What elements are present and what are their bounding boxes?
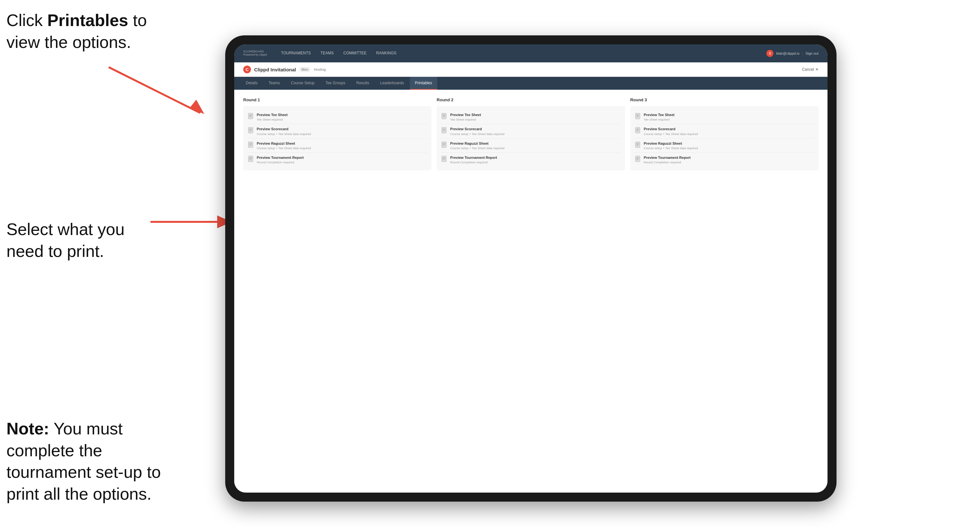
- svg-rect-28: [442, 142, 446, 148]
- list-item[interactable]: Preview Scorecard Course setup + Tee She…: [635, 124, 814, 138]
- print-label: Preview Raguzzi Sheet: [257, 141, 311, 146]
- print-note: Course setup + Tee Sheet data required: [644, 132, 698, 136]
- document-icon: [248, 141, 253, 148]
- print-label: Preview Raguzzi Sheet: [450, 141, 504, 146]
- svg-rect-16: [248, 156, 253, 162]
- document-icon: [441, 156, 447, 162]
- tab-bar: Details Teams Course Setup Tee Groups Re…: [234, 77, 827, 90]
- print-note: Round Completion required: [644, 160, 691, 164]
- svg-rect-12: [248, 142, 253, 148]
- document-icon: [635, 127, 641, 133]
- tab-course-setup[interactable]: Course Setup: [286, 77, 320, 90]
- logo-sub: Powered by clippd: [243, 53, 267, 57]
- cancel-button[interactable]: Cancel ✕: [802, 67, 818, 72]
- arrow-printables: [90, 61, 212, 119]
- tournament-name: Clippd Invitational: [254, 67, 296, 72]
- tournament-badge: Men: [299, 67, 310, 72]
- document-icon: [248, 113, 253, 119]
- list-item[interactable]: Preview Raguzzi Sheet Course setup + Tee…: [635, 138, 814, 153]
- document-icon: [635, 156, 641, 162]
- print-label: Preview Scorecard: [450, 127, 504, 131]
- nav-rankings[interactable]: RANKINGS: [372, 49, 400, 58]
- print-info: Preview Raguzzi Sheet Course setup + Tee…: [644, 141, 698, 150]
- tab-teams[interactable]: Teams: [264, 77, 285, 90]
- list-item[interactable]: Preview Scorecard Course setup + Tee She…: [248, 124, 427, 138]
- instruction-middle: Select what you need to print.: [6, 219, 161, 262]
- nav-teams[interactable]: TEAMS: [317, 49, 337, 58]
- svg-rect-8: [248, 127, 253, 133]
- print-label: Preview Tee Sheet: [450, 113, 481, 117]
- instruction-bottom: Note: You must complete the tournament s…: [6, 418, 174, 505]
- sign-out-link[interactable]: Sign out: [806, 51, 818, 55]
- print-note: Course setup + Tee Sheet data required: [644, 146, 698, 150]
- print-info: Preview Tournament Report Round Completi…: [257, 155, 304, 164]
- document-icon: [635, 113, 641, 119]
- list-item[interactable]: Preview Tee Sheet Tee Sheet required: [248, 110, 427, 124]
- list-item[interactable]: Preview Scorecard Course setup + Tee She…: [441, 124, 620, 138]
- svg-rect-48: [635, 156, 640, 162]
- print-note: Tee Sheet required: [644, 118, 675, 121]
- print-label: Preview Tournament Report: [644, 155, 691, 160]
- print-info: Preview Tee Sheet Tee Sheet required: [257, 113, 288, 121]
- document-icon: [441, 141, 447, 148]
- print-info: Preview Tee Sheet Tee Sheet required: [644, 113, 675, 121]
- document-icon: [248, 156, 253, 162]
- round-3-card: Preview Tee Sheet Tee Sheet required: [630, 106, 818, 170]
- tab-tee-groups[interactable]: Tee Groups: [320, 77, 350, 90]
- app-nav-right: B blair@clippd.io | Sign out: [766, 50, 818, 57]
- instruction-top-bold: Printables: [47, 11, 128, 30]
- print-note: Round Completion required: [450, 160, 497, 164]
- tab-results[interactable]: Results: [351, 77, 374, 90]
- app-logo: SCOREBOARD Powered by clippd: [243, 50, 267, 57]
- instruction-middle-text: Select what you need to print.: [6, 220, 124, 260]
- instruction-top: Click Printables to view the options.: [6, 10, 167, 53]
- print-note: Course setup + Tee Sheet data required: [450, 132, 504, 136]
- print-note: Tee Sheet required: [257, 118, 288, 121]
- round-1-card: Preview Tee Sheet Tee Sheet required: [243, 106, 431, 170]
- svg-rect-20: [442, 113, 446, 119]
- print-info: Preview Raguzzi Sheet Course setup + Tee…: [450, 141, 504, 150]
- app-nav: SCOREBOARD Powered by clippd TOURNAMENTS…: [234, 44, 827, 62]
- tournament-title: C Clippd Invitational Men Hosting: [243, 66, 326, 73]
- print-note: Round Completion required: [257, 160, 304, 164]
- instruction-top-text: Click: [6, 11, 47, 30]
- instruction-bottom-bold: Note:: [6, 419, 49, 438]
- avatar: B: [766, 50, 773, 57]
- nav-committee[interactable]: COMMITTEE: [339, 49, 370, 58]
- tab-printables[interactable]: Printables: [410, 77, 437, 90]
- document-icon: [635, 141, 641, 148]
- close-icon: ✕: [815, 67, 818, 72]
- list-item[interactable]: Preview Raguzzi Sheet Course setup + Tee…: [441, 138, 620, 153]
- print-label: Preview Tee Sheet: [644, 113, 675, 117]
- list-item[interactable]: Preview Tee Sheet Tee Sheet required: [441, 110, 620, 124]
- round-2-card: Preview Tee Sheet Tee Sheet required: [437, 106, 625, 170]
- content-area: Round 1: [234, 90, 827, 493]
- tablet-screen: SCOREBOARD Powered by clippd TOURNAMENTS…: [234, 44, 827, 493]
- round-1-title: Round 1: [243, 97, 431, 102]
- tablet-device: SCOREBOARD Powered by clippd TOURNAMENTS…: [225, 35, 837, 502]
- list-item[interactable]: Preview Tournament Report Round Completi…: [441, 153, 620, 167]
- tab-leaderboards[interactable]: Leaderboards: [375, 77, 409, 90]
- print-info: Preview Scorecard Course setup + Tee She…: [257, 127, 311, 135]
- list-item[interactable]: Preview Tee Sheet Tee Sheet required: [635, 110, 814, 124]
- tab-details[interactable]: Details: [241, 77, 263, 90]
- document-icon: [441, 113, 447, 119]
- list-item[interactable]: Preview Tournament Report Round Completi…: [248, 153, 427, 167]
- list-item[interactable]: Preview Tournament Report Round Completi…: [635, 153, 814, 167]
- svg-line-0: [110, 68, 199, 113]
- rounds-grid: Round 1: [243, 97, 818, 170]
- print-info: Preview Raguzzi Sheet Course setup + Tee…: [257, 141, 311, 150]
- list-item[interactable]: Preview Raguzzi Sheet Course setup + Tee…: [248, 138, 427, 153]
- nav-tournaments[interactable]: TOURNAMENTS: [277, 49, 315, 58]
- svg-rect-36: [635, 113, 640, 119]
- round-3-title: Round 3: [630, 97, 818, 102]
- tournament-status: Hosting: [314, 68, 326, 71]
- svg-rect-32: [442, 156, 446, 162]
- print-note: Course setup + Tee Sheet data required: [257, 146, 311, 150]
- print-note: Tee Sheet required: [450, 118, 481, 121]
- round-2-section: Round 2: [437, 97, 625, 170]
- print-label: Preview Scorecard: [644, 127, 698, 131]
- document-icon: [441, 127, 447, 133]
- round-1-section: Round 1: [243, 97, 431, 170]
- arrow-select: [138, 203, 235, 241]
